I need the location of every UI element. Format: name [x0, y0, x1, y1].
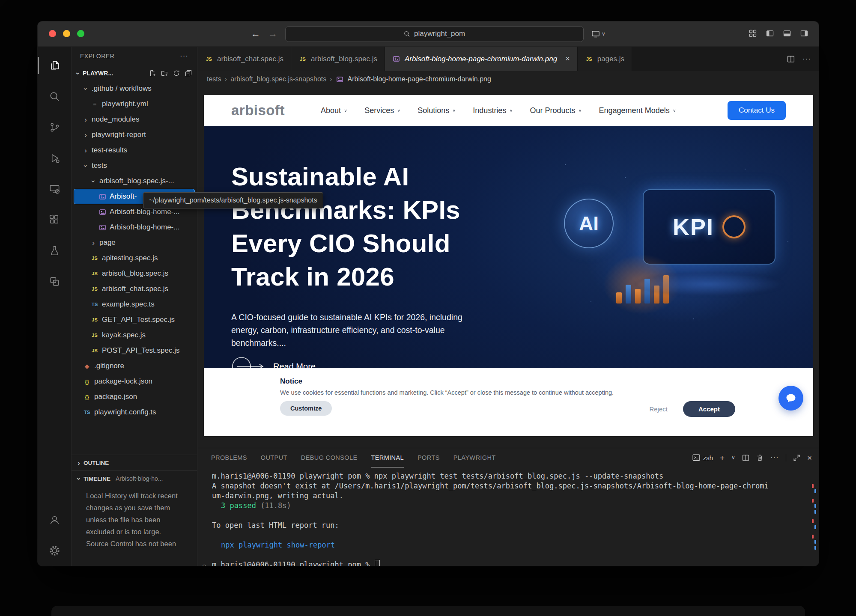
editor-tab-arbisoft-blog-spec-js[interactable]: JSarbisoft_blog.spec.js: [291, 47, 385, 71]
zoom-window-button[interactable]: [77, 30, 84, 37]
terminal-line: um-darwin.png, writing actual.: [212, 491, 819, 501]
titlebar-center: ← → playwright_pom ∨: [251, 21, 605, 46]
views-more-actions-icon[interactable]: ···: [180, 52, 188, 60]
toggle-panel-icon[interactable]: [783, 29, 791, 38]
tree-item-label: Arbisoft-: [110, 192, 137, 201]
collapse-all-icon[interactable]: [185, 70, 192, 77]
breadcrumb-item[interactable]: tests: [207, 75, 221, 83]
editor-more-actions-icon[interactable]: ···: [802, 55, 811, 63]
tree-item-tests[interactable]: ›tests: [74, 158, 195, 173]
terminal-shell-chip[interactable]: zsh: [692, 454, 713, 461]
new-folder-icon[interactable]: [161, 70, 168, 77]
read-more-label: Read More: [273, 362, 316, 368]
gear-icon: [49, 545, 60, 556]
tree-item-package-json[interactable]: {}package.json: [74, 389, 195, 405]
explorer-view-icon[interactable]: [38, 50, 71, 81]
terminal-cursor: [375, 560, 380, 566]
timeline-empty-message: Local History will track recent changes …: [72, 486, 197, 566]
new-file-icon[interactable]: [149, 70, 156, 77]
editor-tab-arbisoft-chat-spec-js[interactable]: JSarbisoft_chat.spec.js: [197, 47, 291, 71]
extensions-view-icon[interactable]: [38, 204, 71, 235]
split-terminal-icon[interactable]: [742, 454, 749, 461]
toggle-primary-sidebar-icon[interactable]: [766, 29, 774, 38]
maximize-panel-icon[interactable]: [793, 454, 800, 461]
testing-view-icon[interactable]: [38, 235, 71, 266]
command-center-search[interactable]: playwright_pom: [285, 26, 584, 42]
tree-item-playwright-yml[interactable]: ≡playwright.yml: [74, 96, 195, 112]
layout-dropdown-button[interactable]: ∨: [591, 30, 605, 38]
terminal-dropdown-icon[interactable]: ∨: [731, 455, 735, 461]
editor-tab-pages-js[interactable]: JSpages.js: [578, 47, 632, 71]
kill-terminal-trash-icon[interactable]: [756, 454, 764, 461]
nav-label: Solutions: [418, 106, 449, 115]
tree-item-post-api-test-spec-js[interactable]: JSPOST_API_Test.spec.js: [74, 343, 195, 358]
history-back-button[interactable]: ←: [251, 29, 260, 39]
desktop-background: ← → playwright_pom ∨: [0, 0, 856, 616]
breadcrumb-item[interactable]: arbisoft_blog.spec.js-snapshots: [230, 75, 326, 83]
project-section-header[interactable]: › PLAYWR...: [72, 65, 197, 81]
tree-item-label: arbisoft_blog.spec.js-...: [99, 177, 174, 185]
tree-item-arbisoft-chat-spec-js[interactable]: JSarbisoft_chat.spec.js: [74, 281, 195, 297]
yaml-file-icon: ≡: [90, 101, 99, 107]
tree-item-page[interactable]: ›page: [74, 235, 195, 250]
editor-tab-arbisoft-blog-home-page-chromium-darwin-png[interactable]: Arbisoft-blog-home-page-chromium-darwin.…: [385, 47, 578, 71]
tree-item-arbisoft-blog-home[interactable]: Arbisoft-blog-home-...: [74, 220, 195, 235]
breadcrumb-item[interactable]: Arbisoft-blog-home-page-chromium-darwin.…: [348, 75, 491, 83]
source-control-view-icon[interactable]: [38, 112, 71, 143]
tree-item-kayak-spec-js[interactable]: JSkayak.spec.js: [74, 327, 195, 343]
tree-item-github-workflows[interactable]: ›.github / workflows: [74, 81, 195, 96]
hero-heading-line: Every CIO Should: [231, 227, 813, 260]
close-tab-icon[interactable]: ×: [565, 54, 570, 63]
tree-item-get-api-test-spec-js[interactable]: JSGET_API_Test.spec.js: [74, 312, 195, 327]
tree-item-node-modules[interactable]: ›node_modules: [74, 112, 195, 127]
panel-more-actions-icon[interactable]: ···: [770, 453, 779, 462]
timeline-section-header[interactable]: › TIMELINE Arbisoft-blog-ho...: [72, 470, 197, 486]
terminal-prompt-line: ○m.haris1@A006-01190 playwright_pom %: [212, 560, 819, 566]
tree-item-label: Arbisoft-blog-home-...: [110, 208, 179, 216]
tree-item-label: example.spec.ts: [102, 300, 155, 309]
tree-item-example-spec-ts[interactable]: TSexample.spec.ts: [74, 297, 195, 312]
tree-item-playwright-report[interactable]: ›playwright-report: [74, 127, 195, 143]
panel-tab-ports[interactable]: PORTS: [418, 448, 440, 467]
tree-item-apitesting-spec-js[interactable]: JSapitesting.spec.js: [74, 250, 195, 266]
tree-item-package-lock-json[interactable]: {}package-lock.json: [74, 374, 195, 389]
run-debug-view-icon[interactable]: [38, 143, 71, 173]
close-window-button[interactable]: [49, 30, 56, 37]
outline-label: OUTLINE: [84, 460, 109, 466]
panel-tab-terminal[interactable]: TERMINAL: [371, 448, 404, 467]
remote-explorer-view-icon[interactable]: [38, 173, 71, 204]
cookie-title: Notice: [280, 377, 813, 386]
accounts-icon[interactable]: [38, 504, 71, 535]
panel-tab-output[interactable]: OUTPUT: [261, 448, 287, 467]
panel-tab-playwright[interactable]: PLAYWRIGHT: [453, 448, 496, 467]
panel-tab-debug-console[interactable]: DEBUG CONSOLE: [301, 448, 358, 467]
tree-item-playwright-config-ts[interactable]: TSplaywright.config.ts: [74, 405, 195, 420]
tree-item-gitignore[interactable]: ◆.gitignore: [74, 358, 195, 374]
minimize-window-button[interactable]: [63, 30, 70, 37]
tree-item-label: node_modules: [92, 115, 140, 124]
settings-gear-icon[interactable]: [38, 535, 71, 566]
tree-item-arbisoft-blog-spec-js[interactable]: JSarbisoft_blog.spec.js: [74, 266, 195, 281]
dock-shadow: [51, 606, 805, 616]
customize-layout-icon[interactable]: [749, 29, 757, 38]
new-terminal-icon[interactable]: +: [720, 454, 725, 462]
screen-icon: [591, 30, 600, 38]
chevron-down-icon: ∨: [673, 108, 676, 113]
tree-item-test-results[interactable]: ›test-results: [74, 143, 195, 158]
split-editor-icon[interactable]: [787, 55, 795, 63]
tree-item-label: test-results: [92, 146, 127, 155]
refresh-icon[interactable]: [173, 70, 180, 77]
search-icon: [404, 31, 410, 37]
tree-item-arbisoft-blog-spec-js[interactable]: ›arbisoft_blog.spec.js-...: [74, 173, 195, 189]
close-panel-icon[interactable]: ×: [807, 454, 812, 462]
chat-bubble-icon: [784, 392, 797, 405]
extension-view-icon[interactable]: [38, 266, 71, 297]
outline-section-header[interactable]: › OUTLINE: [72, 455, 197, 470]
toggle-secondary-sidebar-icon[interactable]: [800, 29, 808, 38]
search-view-icon[interactable]: [38, 81, 71, 112]
titlebar-layout-controls: [749, 29, 808, 38]
panel-tab-problems[interactable]: PROBLEMS: [211, 448, 247, 467]
history-forward-button[interactable]: →: [268, 29, 277, 39]
terminal-line: To open last HTML report run:: [212, 521, 819, 530]
terminal[interactable]: m.haris1@A006-01190 playwright_pom % npx…: [197, 467, 819, 566]
